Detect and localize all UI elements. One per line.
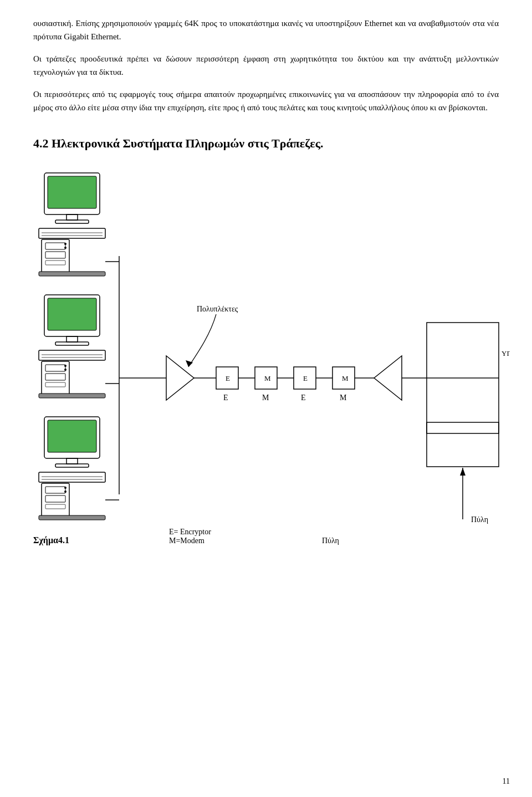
computer-top xyxy=(39,173,105,276)
m2-label: M xyxy=(342,374,349,382)
diagram-svg: Πολυπλέκτες E M E M xyxy=(33,167,510,533)
svg-rect-1 xyxy=(48,176,96,208)
svg-rect-30 xyxy=(66,458,78,464)
svg-marker-64 xyxy=(460,468,466,476)
svg-rect-62 xyxy=(427,422,499,467)
svg-rect-32 xyxy=(39,472,105,482)
svg-rect-8 xyxy=(45,243,65,249)
svg-rect-18 xyxy=(39,350,105,360)
svg-rect-23 xyxy=(45,374,65,380)
svg-rect-3 xyxy=(55,220,89,223)
m-label-bottom1: M xyxy=(262,394,269,402)
multiplexer-label: Πολυπλέκτες xyxy=(197,305,238,313)
computer-bottom xyxy=(39,417,105,520)
svg-point-11 xyxy=(64,243,66,245)
diagram-area: Πολυπλέκτες E M E M xyxy=(33,167,499,544)
e1-label: E xyxy=(226,374,230,382)
svg-rect-2 xyxy=(66,214,78,220)
paragraph-1: ουσιαστική. Επίσης χρησιμοποιούν γραμμές… xyxy=(33,17,499,43)
svg-rect-31 xyxy=(55,464,89,467)
paragraph-3: Οι περισσότερες από τις εφαρμογές τους σ… xyxy=(33,88,499,114)
svg-rect-9 xyxy=(45,252,65,258)
svg-rect-41 xyxy=(39,515,105,520)
svg-rect-16 xyxy=(66,336,78,342)
paragraph-2: Οι τράπεζες προοδευτικά πρέπει να δώσουν… xyxy=(33,52,499,79)
m1-label: M xyxy=(264,374,271,382)
m-label-bottom2: M xyxy=(340,394,347,402)
svg-rect-13 xyxy=(39,272,105,276)
svg-rect-37 xyxy=(45,495,65,502)
svg-rect-10 xyxy=(45,260,65,265)
svg-rect-38 xyxy=(45,504,65,509)
e2-label: E xyxy=(303,374,308,382)
svg-point-25 xyxy=(64,365,66,367)
svg-rect-29 xyxy=(48,420,96,452)
e-label-bottom2: E xyxy=(301,394,306,402)
svg-rect-15 xyxy=(48,298,96,330)
svg-point-39 xyxy=(64,487,66,489)
gate-label: Πύλη xyxy=(471,515,488,524)
svg-point-12 xyxy=(64,247,66,249)
svg-rect-36 xyxy=(45,487,65,493)
svg-rect-27 xyxy=(39,394,105,398)
page-number: 11 xyxy=(503,777,510,786)
svg-point-40 xyxy=(64,491,66,493)
svg-marker-58 xyxy=(374,356,402,400)
computer-label: ΥΠΟΛΟΓΙΣΤΗΣ xyxy=(502,349,510,357)
svg-rect-22 xyxy=(45,365,65,371)
svg-rect-4 xyxy=(39,228,105,238)
svg-rect-17 xyxy=(55,342,89,345)
section-heading: 4.2 Ηλεκτρονικά Συστήματα Πληρωμών στις … xyxy=(33,136,499,151)
computer-middle xyxy=(39,295,105,398)
svg-point-26 xyxy=(64,369,66,371)
e-label-bottom1: E xyxy=(223,394,228,402)
svg-rect-24 xyxy=(45,382,65,387)
